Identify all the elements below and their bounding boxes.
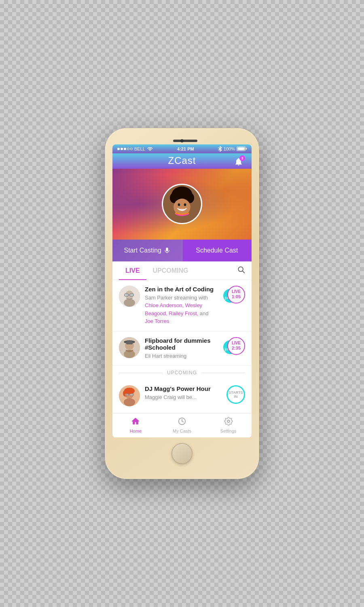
signal-dot-2 [121,148,123,150]
feed-host-2: Eli Hart streaming [145,353,186,359]
feed-avatar-1 [119,286,140,307]
live-badge-1: LIVE 1:05 [227,286,245,304]
live-indicator-2: 32 joined LIVE 2:35 [223,337,245,359]
schedule-cast-button[interactable]: Schedule Cast [182,240,252,261]
wifi-icon [147,146,153,151]
feed-content-3: DJ Magg's Power Hour Maggie Craig will b… [145,385,218,401]
nav-label-mycasts: My Casts [173,429,191,433]
svg-point-7 [184,204,186,206]
home-icon-svg [131,417,140,426]
home-button[interactable] [171,443,193,464]
svg-line-9 [243,271,245,273]
svg-rect-14 [130,294,133,296]
gear-icon [224,417,233,427]
feed-item-3[interactable]: DJ Magg's Power Hour Maggie Craig will b… [112,380,252,413]
status-left: BELL [117,146,153,151]
avatar-2-svg [119,337,140,358]
feed-avatar-2 [119,337,140,358]
feed-extra-1: Joe Torres [145,318,169,324]
carrier-label: BELL [134,146,145,151]
feed-list: Zen in the Art of Coding Sam Parker stre… [112,280,252,414]
tab-live[interactable]: LIVE [119,261,146,280]
svg-point-4 [174,187,190,200]
live-time-2: 2:35 [232,346,241,351]
nav-label-home: Home [130,429,142,433]
search-icon [237,265,245,274]
schedule-cast-label: Schedule Cast [196,247,238,254]
svg-point-12 [124,299,135,307]
feed-title-3: DJ Magg's Power Hour [145,385,218,392]
live-badge-2: LIVE 2:35 [227,337,245,355]
notification-badge: 3 [239,155,245,161]
svg-rect-27 [130,394,133,396]
avatar-1-svg [119,286,140,307]
live-text-2: LIVE [232,341,241,346]
status-right: 100% [218,146,247,152]
notification-bell[interactable]: 3 [232,155,245,168]
feed-guests-suffix-1: and [200,310,209,316]
nav-item-settings[interactable]: Settings [205,417,252,433]
battery-pct: 100% [224,146,235,151]
signal-dot-4 [127,148,129,150]
tabs-row: LIVE UPCOMING [112,261,252,280]
start-casting-button[interactable]: Start Casting [112,240,182,261]
signal-dots [117,148,133,150]
search-button[interactable] [237,265,245,275]
starts-in-label: STARTS IN [229,391,243,399]
svg-line-31 [182,421,184,422]
nav-label-settings: Settings [220,429,237,433]
nav-item-mycasts[interactable]: My Casts [159,417,205,433]
feed-guests-1: Chloe Anderson, Wesley Beagood, Railey F… [145,302,202,316]
tab-upcoming-label: UPCOMING [153,267,188,274]
phone-bottom-area [112,437,252,471]
svg-point-32 [227,420,230,423]
avatar-3-svg [119,385,140,406]
feed-subtitle-1: Sam Parker streaming with Chloe Anderson… [145,294,218,325]
nav-item-home[interactable]: Home [112,417,159,433]
svg-rect-20 [126,341,133,344]
divider-line-left [119,373,163,373]
avatar-svg [163,184,201,224]
battery-icon [237,146,247,151]
svg-point-23 [124,398,135,406]
starts-in-badge: STARTS IN [226,385,245,404]
live-indicator-1: 15 joined LIVE 1:05 [223,286,245,308]
start-casting-label: Start Casting [124,247,161,254]
divider-label: UPCOMING [167,370,197,376]
status-bar: BELL 4:21 PM 100% [112,144,252,153]
clock-icon [178,417,186,427]
microphone-icon [164,247,170,254]
status-time: 4:21 PM [177,146,194,151]
feed-content-2: Flipboard for dummies #Schooled Eli Hart… [145,337,218,360]
upcoming-indicator-3: STARTS IN [223,385,245,407]
phone-outer: BELL 4:21 PM 100% [105,128,259,479]
feed-avatar-3 [119,385,140,406]
cta-buttons: Start Casting Schedule Cast [112,240,252,261]
gear-icon-svg [224,417,233,426]
hero-banner [112,169,252,240]
live-time-1: 1:05 [232,294,241,299]
feed-subtitle-2: Eli Hart streaming [145,352,218,360]
tab-upcoming[interactable]: UPCOMING [146,261,195,280]
phone-wrapper: BELL 4:21 PM 100% [97,128,267,479]
feed-host-1: Sam Parker streaming with [145,295,208,301]
bottom-nav: Home My Casts [112,413,252,437]
feed-item[interactable]: Zen in the Art of Coding Sam Parker stre… [112,280,252,331]
speaker-bar [173,140,197,142]
clock-icon-svg [178,417,186,426]
camera-dot [180,139,184,142]
hero-avatar [162,184,202,224]
tab-live-label: LIVE [125,267,140,274]
svg-rect-26 [125,394,128,396]
feed-title-1: Zen in the Art of Coding [145,286,218,293]
feed-item-2[interactable]: Flipboard for dummies #Schooled Eli Hart… [112,331,252,366]
feed-subtitle-3: Maggie Craig will be... [145,393,218,401]
live-text-1: LIVE [232,289,241,294]
svg-point-6 [178,204,180,206]
signal-dot-3 [124,148,126,150]
app-title: ZCast [132,155,232,169]
bluetooth-icon [218,146,222,152]
home-icon [131,417,140,427]
svg-rect-13 [125,294,128,296]
phone-screen: BELL 4:21 PM 100% [112,144,252,438]
